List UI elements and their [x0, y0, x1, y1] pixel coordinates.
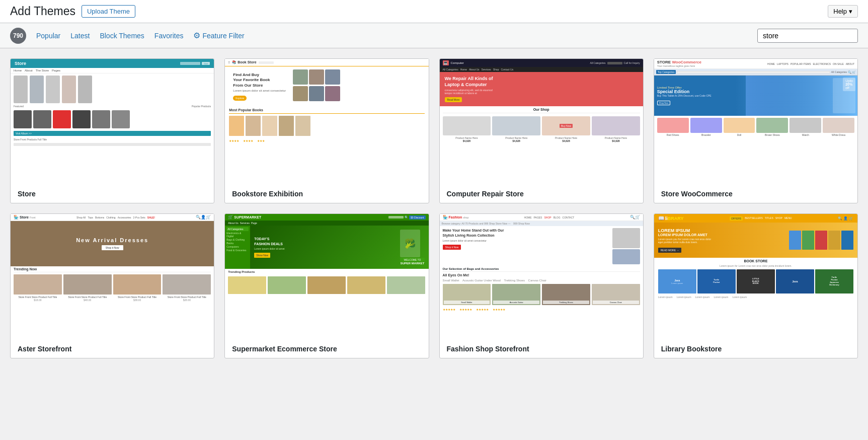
theme-card-store-woocommerce[interactable]: STORE WooCommerce Your marvellous taglin…	[654, 58, 858, 203]
theme-card-aster-storefront[interactable]: 🏪 StoreFront Shop AllTopsBottomsClothing…	[10, 213, 214, 358]
theme-count-badge: 790	[10, 28, 26, 44]
theme-name-computer-repair: Computer Repair Store	[440, 185, 643, 203]
nav-item-block-themes[interactable]: Block Themes	[100, 32, 144, 40]
theme-preview-store-woocommerce: STORE WooCommerce Your marvellous taglin…	[654, 59, 857, 185]
theme-name-fashion-shop: Fashion Shop Storefront	[440, 340, 643, 358]
themes-grid: Store Cart HomeAboutThe StorePages	[0, 48, 868, 369]
theme-name-library-bookstore: Library Bookstore	[654, 340, 857, 358]
nav-item-favorites[interactable]: Favorites	[154, 32, 184, 40]
theme-card-library-bookstore[interactable]: 📖 liBRARY OFFERS BESTSELLERSTITLESSHOPME…	[654, 213, 858, 358]
theme-preview-aster-storefront: 🏪 StoreFront Shop AllTopsBottomsClothing…	[11, 214, 214, 340]
nav-bar: 790 Popular Latest Block Themes Favorite…	[0, 23, 868, 48]
top-bar: Add Themes Upload Theme Help ▾	[0, 0, 868, 23]
theme-card-bookstore[interactable]: ☰ 📚 Book Store Find And BuyYour Favorite…	[224, 58, 429, 203]
theme-name-bookstore: Bookstore Exhibition	[225, 185, 428, 203]
nav-item-latest[interactable]: Latest	[70, 32, 90, 40]
theme-preview-computer-repair: 💻 Computer All Categories Call for Inqui…	[440, 59, 643, 185]
theme-preview-supermarket: 🛒 SUPERMARKET 🔍 $0 Discount About UsServ…	[225, 214, 428, 340]
feature-filter-button[interactable]: ⚙ Feature Filter	[193, 31, 244, 40]
theme-card-fashion-shop[interactable]: 🏪 Fashionshop HOMEPAGESSHOPBLOGCONTACT 🔍…	[439, 213, 644, 358]
nav-item-popular[interactable]: Popular	[36, 32, 60, 40]
theme-search-input[interactable]	[757, 29, 858, 43]
theme-name-store-woocommerce: Store WooCommerce	[654, 185, 857, 203]
theme-card-computer-repair[interactable]: 💻 Computer All Categories Call for Inqui…	[439, 58, 644, 203]
theme-preview-store: Store Cart HomeAboutThe StorePages	[11, 59, 214, 185]
chevron-down-icon: ▾	[849, 8, 852, 15]
theme-card-store[interactable]: Store Cart HomeAboutThe StorePages	[10, 58, 214, 203]
help-button[interactable]: Help ▾	[828, 5, 858, 18]
top-bar-left: Add Themes Upload Theme	[10, 5, 135, 18]
theme-preview-bookstore: ☰ 📚 Book Store Find And BuyYour Favorite…	[225, 59, 428, 185]
theme-card-supermarket[interactable]: 🛒 SUPERMARKET 🔍 $0 Discount About UsServ…	[224, 213, 429, 358]
feature-filter-label: Feature Filter	[202, 32, 244, 40]
page-title: Add Themes	[10, 5, 75, 18]
theme-name-aster-storefront: Aster Storefront	[11, 340, 214, 358]
gear-icon: ⚙	[193, 31, 200, 40]
theme-name-store: Store	[11, 185, 214, 203]
theme-preview-library-bookstore: 📖 liBRARY OFFERS BESTSELLERSTITLESSHOPME…	[654, 214, 857, 340]
help-label: Help	[833, 8, 847, 15]
nav-left: 790 Popular Latest Block Themes Favorite…	[10, 28, 245, 44]
upload-theme-button[interactable]: Upload Theme	[82, 5, 135, 18]
theme-name-supermarket: Supermarket Ecommerce Store	[225, 340, 428, 358]
theme-preview-fashion-shop: 🏪 Fashionshop HOMEPAGESSHOPBLOGCONTACT 🔍…	[440, 214, 643, 340]
